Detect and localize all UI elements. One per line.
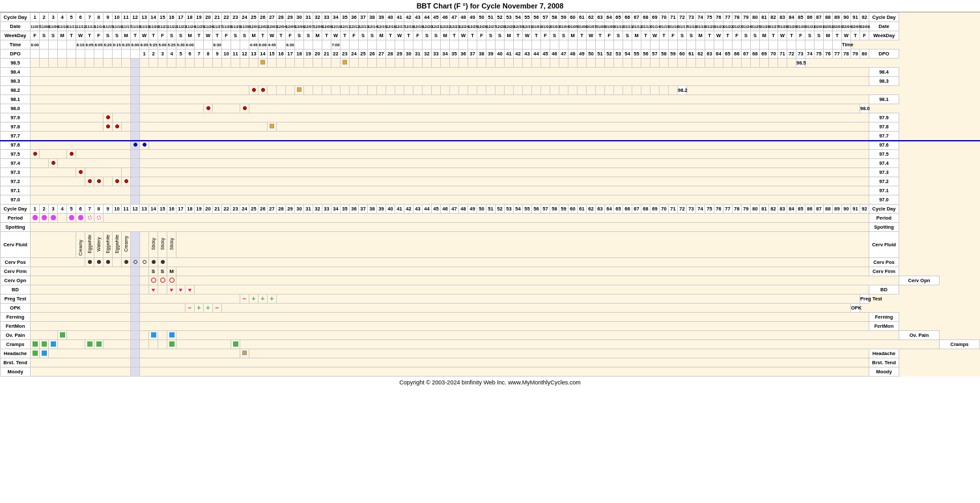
cd-4: 4 xyxy=(58,13,67,22)
spotting-label: Spotting xyxy=(1,223,31,232)
bbt-chart-table: Cycle Day 12345 678910 1112131415 161718… xyxy=(0,12,980,377)
ferning-label: Ferning xyxy=(1,313,31,322)
cd-67: 67 xyxy=(632,13,641,22)
cd-92: 92 xyxy=(860,13,869,22)
cd-38: 38 xyxy=(368,13,377,22)
headache-right: Headache xyxy=(869,349,899,358)
cd-13: 13 xyxy=(140,13,149,22)
cerv-firm-row: Cerv Firm S S M Cerv Firm xyxy=(1,267,980,276)
dpo-row: DPO 123456789101112131415161718192021222… xyxy=(1,50,980,59)
date-row: Date 11/0711/0811/0911/1011/11 11/1211/1… xyxy=(1,22,980,31)
cd-5: 5 xyxy=(67,13,76,22)
cd-68: 68 xyxy=(641,13,651,22)
cd-11: 11 xyxy=(122,13,131,22)
cd-1: 1 xyxy=(31,13,40,22)
cd-34: 34 xyxy=(331,13,341,22)
cd-9: 9 xyxy=(104,13,113,22)
cd-86: 86 xyxy=(805,13,815,22)
cd-27: 27 xyxy=(268,13,277,22)
chart-container: BBT Chart (F °) for Cycle November 7, 20… xyxy=(0,0,980,503)
cd-61: 61 xyxy=(578,13,587,22)
cd-6: 6 xyxy=(76,13,85,22)
time-row: Time 6:00 6:10 6:05 6:05 6:20 6:15 6:25 … xyxy=(1,40,980,50)
cd-8: 8 xyxy=(94,13,104,22)
period-label: Period xyxy=(1,214,31,223)
temp-row-982: 98.2 98.2 xyxy=(1,86,980,95)
ov-pain-row: Ov. Pain Ov. Pain xyxy=(1,331,980,340)
cd-23: 23 xyxy=(231,13,240,22)
temp-row-985: 98.5 98.5 xyxy=(1,59,980,68)
cycle-day-row-bottom: Cycle Day 12345 678910 1112131415 161718… xyxy=(1,205,980,214)
cd-31: 31 xyxy=(304,13,313,22)
cd-90: 90 xyxy=(842,13,851,22)
fertmon-right: FertMon xyxy=(869,322,899,331)
cd-10: 10 xyxy=(113,13,122,22)
brst-tend-row: Brst. Tend Brst. Tend xyxy=(1,358,980,367)
preg-test-row: Preg Test − + + + Preg Test xyxy=(1,295,980,304)
spotting-row: Spotting Spotting xyxy=(1,223,980,232)
cd-42: 42 xyxy=(404,13,413,22)
cd-72: 72 xyxy=(678,13,687,22)
temp-row-972: 97.2 97.2 xyxy=(1,177,980,186)
weekday-label-right: WeekDay xyxy=(869,31,899,40)
cd-21: 21 xyxy=(213,13,222,22)
cd-58: 58 xyxy=(550,13,559,22)
cd-19: 19 xyxy=(195,13,204,22)
date-label-right: Date xyxy=(869,22,899,31)
cd-22: 22 xyxy=(222,13,231,22)
dpo-label-right: DPO xyxy=(869,50,899,59)
weekday-row: WeekDay FSSMT WTFSS MTWTF SSMTW TFSSM TW… xyxy=(1,31,980,40)
ov-pain-label: Ov. Pain xyxy=(1,331,31,340)
moody-right: Moody xyxy=(869,367,899,377)
cd-18: 18 xyxy=(186,13,195,22)
cd-82: 82 xyxy=(769,13,778,22)
cycle-day-row-top: Cycle Day 12345 678910 1112131415 161718… xyxy=(1,13,980,22)
temp-row-975: 97.5 97.5 xyxy=(1,150,980,159)
preg-test-right: Preg Test xyxy=(860,295,869,304)
cd-32: 32 xyxy=(313,13,322,22)
cd-81: 81 xyxy=(760,13,769,22)
cd-55: 55 xyxy=(523,13,532,22)
cd-44: 44 xyxy=(423,13,432,22)
cd-14: 14 xyxy=(149,13,158,22)
cerv-fluid-row: Cerv Fluid Creamy Eggwhite Watery Eggwhi… xyxy=(1,232,980,258)
cd-49: 49 xyxy=(468,13,477,22)
cd-52: 52 xyxy=(496,13,505,22)
cd-62: 62 xyxy=(587,13,596,22)
cd-63: 63 xyxy=(596,13,605,22)
period-row: Period Period xyxy=(1,214,980,223)
cd-12: 12 xyxy=(131,13,140,22)
cd-87: 87 xyxy=(815,13,824,22)
fertmon-label: FertMon xyxy=(1,322,31,331)
cd-89: 89 xyxy=(833,13,842,22)
cd-91: 91 xyxy=(851,13,860,22)
temp-row-983: 98.3 98.3 xyxy=(1,77,980,86)
temp-row-970: 97.0 97.0 xyxy=(1,195,980,205)
footer: Copyright © 2003-2024 bInfinity Web Inc.… xyxy=(0,377,980,388)
temp-row-974: 97.4 97.4 xyxy=(1,159,980,168)
headache-label: Headache xyxy=(1,349,31,358)
dpo-label: DPO xyxy=(1,50,31,59)
bd-label: BD xyxy=(1,285,31,295)
cd-78: 78 xyxy=(733,13,742,22)
cd-59: 59 xyxy=(559,13,568,22)
cd-40: 40 xyxy=(386,13,395,22)
cd-24: 24 xyxy=(240,13,249,22)
cd-41: 41 xyxy=(395,13,404,22)
cd-2: 2 xyxy=(40,13,49,22)
cerv-pos-label: Cerv Pos xyxy=(1,258,31,267)
cerv-firm-right: Cerv Firm xyxy=(869,267,899,276)
cerv-opn-row: Cerv Opn Cerv Opn xyxy=(1,276,980,285)
cd-48: 48 xyxy=(459,13,468,22)
cd-64: 64 xyxy=(605,13,614,22)
cd-60: 60 xyxy=(568,13,578,22)
cd-39: 39 xyxy=(377,13,386,22)
cd-84: 84 xyxy=(787,13,796,22)
chart-title: BBT Chart (F °) for Cycle November 7, 20… xyxy=(0,0,980,12)
cd-73: 73 xyxy=(687,13,696,22)
opk-row: OPK − + + − OPK xyxy=(1,304,980,313)
cd-65: 65 xyxy=(614,13,623,22)
cd-20: 20 xyxy=(204,13,213,22)
cd-70: 70 xyxy=(660,13,669,22)
cd-79: 79 xyxy=(742,13,751,22)
